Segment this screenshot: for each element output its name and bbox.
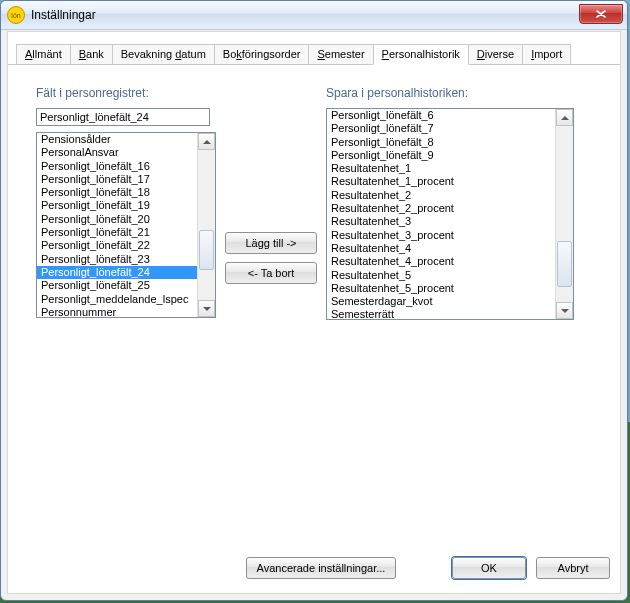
tab-bevakning-datum[interactable]: Bevakning datum — [112, 44, 215, 65]
settings-window: lön Inställningar AllmäntBankBevakning d… — [0, 0, 628, 601]
list-item[interactable]: Personligt_lönefält_23 — [37, 253, 198, 266]
chevron-down-icon — [203, 307, 211, 311]
list-item[interactable]: Resultatenhet_5_procent — [327, 282, 556, 295]
list-item[interactable]: Personligt_lönefält_25 — [37, 279, 198, 292]
list-item[interactable]: Personligt_lönefält_21 — [37, 226, 198, 239]
chevron-up-icon — [561, 116, 569, 120]
list-item[interactable]: Personnummer — [37, 306, 198, 317]
list-item[interactable]: Personligt_lönefält_8 — [327, 136, 556, 149]
right-column: Personligt_lönefält_6Personligt_lönefält… — [326, 108, 574, 320]
tab-allmänt[interactable]: Allmänt — [16, 44, 71, 65]
list-item[interactable]: Resultatenhet_1 — [327, 162, 556, 175]
selected-field-input[interactable] — [36, 108, 210, 126]
tab-personalhistorik[interactable]: Personalhistorik — [373, 44, 469, 65]
scroll-thumb[interactable] — [199, 230, 214, 270]
add-button[interactable]: Lägg till -> — [225, 232, 317, 254]
list-item[interactable]: Resultatenhet_4 — [327, 242, 556, 255]
close-button[interactable] — [579, 4, 623, 24]
list-item[interactable]: Personligt_lönefält_9 — [327, 149, 556, 162]
list-item[interactable]: Semesterdagar_kvot — [327, 295, 556, 308]
scroll-down-button[interactable] — [198, 300, 215, 317]
cancel-button[interactable]: Avbryt — [536, 557, 610, 579]
tab-bank[interactable]: Bank — [70, 44, 113, 65]
scroll-up-button[interactable] — [556, 109, 573, 126]
list-item[interactable]: Resultatenhet_5 — [327, 269, 556, 282]
tab-diverse[interactable]: Diverse — [468, 44, 523, 65]
transfer-buttons: Lägg till -> <- Ta bort — [225, 232, 317, 284]
scroll-thumb[interactable] — [557, 241, 572, 287]
scroll-up-button[interactable] — [198, 133, 215, 150]
list-item[interactable]: Personligt_lönefält_19 — [37, 199, 198, 212]
list-item[interactable]: Resultatenhet_3 — [327, 215, 556, 228]
titlebar[interactable]: lön Inställningar — [1, 1, 627, 30]
list-item[interactable]: Personligt_lönefält_22 — [37, 239, 198, 252]
ok-button[interactable]: OK — [452, 557, 526, 579]
advanced-settings-button[interactable]: Avancerade inställningar... — [246, 557, 396, 579]
list-item[interactable]: Personligt_lönefält_17 — [37, 173, 198, 186]
list-item[interactable]: Personligt_lönefält_16 — [37, 160, 198, 173]
tab-bokföringsorder[interactable]: Bokföringsorder — [214, 44, 310, 65]
window-title: Inställningar — [31, 8, 96, 22]
right-section-label: Spara i personalhistoriken: — [326, 86, 468, 100]
left-column: PensionsålderPersonalAnsvarPersonligt_lö… — [36, 108, 216, 318]
chevron-down-icon — [561, 309, 569, 313]
chevron-up-icon — [203, 140, 211, 144]
close-icon — [596, 10, 606, 18]
list-item[interactable]: Resultatenhet_2_procent — [327, 202, 556, 215]
list-item[interactable]: Personligt_lönefält_24 — [37, 266, 198, 279]
app-icon-label: lön — [11, 12, 20, 19]
app-icon: lön — [7, 6, 25, 24]
tab-semester[interactable]: Semester — [308, 44, 373, 65]
list-item[interactable]: Resultatenhet_1_procent — [327, 175, 556, 188]
list-item[interactable]: Personligt_lönefält_18 — [37, 186, 198, 199]
list-item[interactable]: Semesterrätt — [327, 308, 556, 319]
client-area: AllmäntBankBevakning datumBokföringsorde… — [7, 31, 621, 594]
list-item[interactable]: Personligt_lönefält_20 — [37, 213, 198, 226]
dialog-button-bar: Avancerade inställningar... OK Avbryt — [18, 553, 610, 583]
list-item[interactable]: Personligt_lönefält_6 — [327, 109, 556, 122]
right-scrollbar[interactable] — [555, 109, 573, 319]
list-item[interactable]: Pensionsålder — [37, 133, 198, 146]
list-item[interactable]: Resultatenhet_2 — [327, 189, 556, 202]
tab-import[interactable]: Import — [522, 44, 571, 65]
list-item[interactable]: Personligt_meddelande_lspec — [37, 293, 198, 306]
tab-panel-personalhistorik: Fält i personregistret: Spara i personal… — [18, 72, 610, 547]
saved-fields-listbox[interactable]: Personligt_lönefält_6Personligt_lönefält… — [326, 108, 574, 320]
left-scrollbar[interactable] — [197, 133, 215, 317]
list-item[interactable]: Personligt_lönefält_7 — [327, 122, 556, 135]
list-item[interactable]: Resultatenhet_4_procent — [327, 255, 556, 268]
tab-strip: AllmäntBankBevakning datumBokföringsorde… — [8, 32, 620, 65]
available-fields-listbox[interactable]: PensionsålderPersonalAnsvarPersonligt_lö… — [36, 132, 216, 318]
left-section-label: Fält i personregistret: — [36, 86, 149, 100]
remove-button[interactable]: <- Ta bort — [225, 262, 317, 284]
scroll-down-button[interactable] — [556, 302, 573, 319]
list-item[interactable]: Resultatenhet_3_procent — [327, 229, 556, 242]
list-item[interactable]: PersonalAnsvar — [37, 146, 198, 159]
